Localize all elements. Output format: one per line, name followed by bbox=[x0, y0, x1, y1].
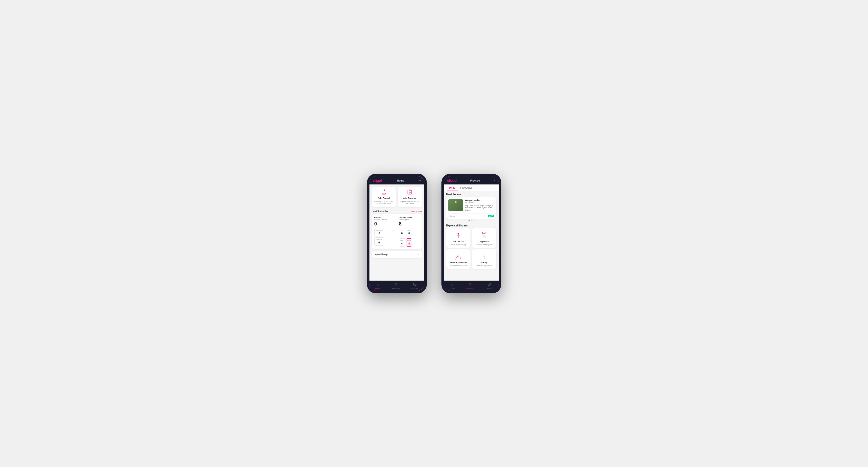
svg-point-18 bbox=[461, 258, 461, 259]
home-content: Add Round Record your shots in fast or e… bbox=[369, 184, 424, 281]
practice-rounds-box: Practice 0 bbox=[374, 238, 384, 246]
svg-point-20 bbox=[458, 255, 458, 256]
featured-drill-info: Wedge Ladder 50–100 yds Play 1 shot at e… bbox=[465, 199, 494, 211]
skill-card-around-the-green[interactable]: Around The Green Hone your short game bbox=[446, 249, 471, 269]
rounds-title: Rounds bbox=[374, 216, 395, 218]
add-round-desc: Record your shots in fast or enhanced mo… bbox=[374, 200, 394, 205]
around-the-green-icon bbox=[454, 252, 463, 260]
tab-drills[interactable]: Drills bbox=[447, 184, 458, 191]
capture-nav-label-2: Capture bbox=[486, 287, 493, 289]
rounds-column: Rounds Rounds Capture 0 Tournament 0 bbox=[374, 216, 395, 247]
phone-2: clippd Practice ≡ Drills Favourites Most… bbox=[441, 174, 501, 293]
nav-capture-2[interactable]: Capture bbox=[486, 283, 493, 289]
phone-1: clippd Home ≡ Add Round bbox=[367, 174, 427, 293]
rounds-big-number: 0 bbox=[374, 221, 395, 227]
capture-nav-label: Capture bbox=[411, 287, 418, 289]
skill-card-off-the-tee[interactable]: Off The Tee Power and accuracy bbox=[446, 228, 471, 248]
featured-drill-range: 50–100 yds bbox=[465, 202, 494, 204]
rounds-capture-label: Rounds Capture bbox=[374, 219, 395, 221]
app-header-home: clippd Home ≡ bbox=[369, 176, 424, 184]
app-logo: clippd bbox=[373, 179, 382, 183]
activities-nav-label-2: Activities bbox=[467, 287, 474, 289]
last-3-months-title: Last 3 Months bbox=[372, 210, 388, 213]
header-title: Home bbox=[397, 179, 404, 182]
explore-skills-section: Explore skill areas Off The Tee bbox=[444, 223, 499, 271]
featured-drill-title: Wedge Ladder bbox=[465, 199, 494, 201]
dot-2 bbox=[471, 220, 472, 221]
off-the-tee-icon bbox=[454, 231, 463, 240]
skill-card-approach[interactable]: Approach Dial-in to hit the green bbox=[472, 228, 496, 248]
dot-1 bbox=[468, 220, 470, 221]
stats-card: Rounds Rounds Capture 0 Tournament 0 bbox=[372, 214, 422, 249]
nav-home-2[interactable]: ⌂ Home bbox=[450, 283, 455, 289]
home-nav-icon: ⌂ bbox=[377, 283, 379, 287]
add-round-card[interactable]: Add Round Record your shots in fast or e… bbox=[372, 187, 396, 207]
app-badge: APP bbox=[488, 215, 494, 217]
practice-content: Most Popular bbox=[444, 191, 499, 281]
featured-card-footer: ○ 9 shots APP bbox=[446, 213, 496, 219]
putt-box: PUTT 4 bbox=[406, 238, 412, 247]
explore-title: Explore skill areas bbox=[446, 224, 496, 227]
activities-nav-icon-2 bbox=[468, 283, 472, 287]
svg-point-21 bbox=[459, 254, 460, 255]
tournament-box: Tournament 0 bbox=[374, 228, 384, 237]
svg-point-5 bbox=[395, 283, 397, 284]
drills-title: Practice Drills bbox=[399, 216, 420, 218]
ott-box: OTT 0 bbox=[399, 228, 405, 237]
skill-grid: Off The Tee Power and accuracy bbox=[446, 228, 496, 269]
shots-label: ○ 9 shots bbox=[448, 215, 455, 217]
app-header-practice: clippd Practice ≡ bbox=[444, 176, 499, 184]
most-popular-section: Most Popular bbox=[444, 191, 499, 223]
menu-icon-2[interactable]: ≡ bbox=[493, 179, 495, 182]
featured-card-wrapper: Wedge Ladder 50–100 yds Play 1 shot at e… bbox=[446, 197, 496, 219]
chevron-right-icon: › bbox=[418, 253, 419, 256]
view-activity-link[interactable]: View Activity bbox=[411, 210, 422, 213]
approach-desc: Dial-in to hit the green bbox=[476, 244, 492, 245]
nav-activities-2[interactable]: Activities bbox=[467, 283, 474, 289]
practice-header-title: Practice bbox=[470, 179, 480, 182]
drills-capture-label: Drills Capture bbox=[399, 219, 420, 221]
nav-capture[interactable]: Capture bbox=[411, 283, 418, 289]
home-nav-label-2: Home bbox=[450, 287, 455, 289]
featured-card-body: Wedge Ladder 50–100 yds Play 1 shot at e… bbox=[446, 197, 496, 213]
add-round-title: Add Round bbox=[378, 197, 390, 199]
add-round-icon bbox=[381, 189, 387, 196]
carousel-dots bbox=[446, 219, 496, 222]
capture-nav-icon bbox=[413, 283, 416, 287]
off-the-tee-desc: Power and accuracy bbox=[451, 244, 466, 245]
activity-section-header: Last 3 Months View Activity bbox=[369, 209, 424, 214]
activities-nav-label: Activities bbox=[392, 287, 400, 289]
home-nav-label: Home bbox=[375, 287, 380, 289]
menu-icon[interactable]: ≡ bbox=[419, 179, 421, 182]
skill-card-putting[interactable]: Putting Make and lag practice bbox=[472, 249, 496, 269]
svg-point-15 bbox=[484, 237, 485, 237]
bottom-nav-home: ⌂ Home Activities bbox=[369, 281, 424, 291]
approach-title: Approach bbox=[479, 241, 489, 243]
featured-drill-image bbox=[448, 199, 463, 211]
app-box: APP 4 bbox=[399, 238, 405, 247]
add-practice-desc: Capture your practice off-the-course bbox=[400, 200, 420, 205]
featured-drill-card[interactable]: Wedge Ladder 50–100 yds Play 1 shot at e… bbox=[446, 197, 496, 219]
nav-activities[interactable]: Activities bbox=[392, 283, 400, 289]
most-popular-title: Most Popular bbox=[446, 193, 496, 196]
drills-big-number: 8 bbox=[399, 221, 420, 227]
star-icon[interactable]: ☆ bbox=[492, 199, 494, 202]
putting-desc: Make and lag practice bbox=[476, 265, 492, 267]
practice-tabs: Drills Favourites bbox=[444, 184, 499, 191]
add-practice-card[interactable]: Add Practice Capture your practice off-t… bbox=[398, 187, 422, 207]
approach-icon bbox=[479, 231, 489, 240]
golf-bag-title: My Golf Bag bbox=[375, 253, 388, 256]
nav-home[interactable]: ⌂ Home bbox=[375, 283, 380, 289]
capture-nav-icon-2 bbox=[488, 283, 491, 287]
around-the-green-title: Around The Green bbox=[450, 261, 467, 264]
off-the-tee-title: Off The Tee bbox=[453, 241, 464, 243]
action-cards: Add Round Record your shots in fast or e… bbox=[369, 184, 424, 209]
featured-drill-desc: Play 1 shot at each target yardage. If y… bbox=[465, 205, 494, 211]
svg-point-9 bbox=[455, 201, 457, 203]
app-logo-2: clippd bbox=[447, 179, 457, 183]
dot-3 bbox=[473, 220, 474, 221]
svg-point-28 bbox=[470, 283, 471, 284]
tab-favourites[interactable]: Favourites bbox=[458, 184, 475, 191]
golf-bag-row[interactable]: My Golf Bag › bbox=[372, 251, 422, 258]
activities-nav-icon bbox=[394, 283, 398, 287]
